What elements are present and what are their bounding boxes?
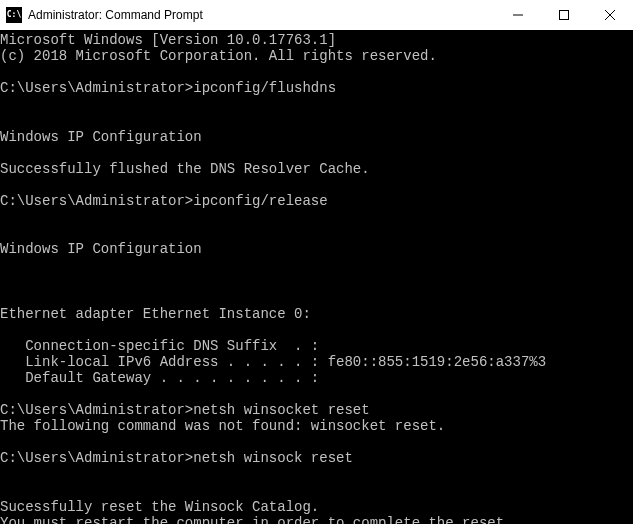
terminal-line: [0, 177, 633, 193]
terminal-line: [0, 112, 633, 128]
minimize-button[interactable]: [495, 0, 541, 30]
terminal-line: C:\Users\Administrator>ipconfig/flushdns: [0, 80, 633, 96]
titlebar: C:\ Administrator: Command Prompt: [0, 0, 633, 30]
terminal-line: C:\Users\Administrator>netsh winsocket r…: [0, 402, 633, 418]
terminal-line: [0, 273, 633, 289]
terminal-line: Microsoft Windows [Version 10.0.17763.1]: [0, 32, 633, 48]
terminal-line: (c) 2018 Microsoft Corporation. All righ…: [0, 48, 633, 64]
terminal-line: Windows IP Configuration: [0, 241, 633, 257]
maximize-icon: [559, 10, 569, 20]
terminal-line: [0, 145, 633, 161]
terminal-line: Windows IP Configuration: [0, 129, 633, 145]
terminal-line: You must restart the computer in order t…: [0, 515, 633, 524]
terminal-line: [0, 386, 633, 402]
terminal-line: C:\Users\Administrator>ipconfig/release: [0, 193, 633, 209]
terminal-line: Sucessfully reset the Winsock Catalog.: [0, 499, 633, 515]
terminal-line: [0, 209, 633, 225]
maximize-button[interactable]: [541, 0, 587, 30]
terminal-line: [0, 64, 633, 80]
cmd-icon: C:\: [6, 7, 22, 23]
terminal-line: Ethernet adapter Ethernet Instance 0:: [0, 306, 633, 322]
terminal-output[interactable]: Microsoft Windows [Version 10.0.17763.1]…: [0, 30, 633, 524]
terminal-line: [0, 257, 633, 273]
terminal-line: Link-local IPv6 Address . . . . . : fe80…: [0, 354, 633, 370]
terminal-line: [0, 322, 633, 338]
cmd-icon-text: C:\: [7, 11, 21, 19]
terminal-line: [0, 225, 633, 241]
terminal-line: [0, 467, 633, 483]
terminal-line: Successfully flushed the DNS Resolver Ca…: [0, 161, 633, 177]
terminal-line: Connection-specific DNS Suffix . :: [0, 338, 633, 354]
terminal-line: [0, 290, 633, 306]
minimize-icon: [513, 10, 523, 20]
terminal-line: C:\Users\Administrator>netsh winsock res…: [0, 450, 633, 466]
window-title: Administrator: Command Prompt: [28, 8, 495, 22]
svg-rect-1: [560, 11, 569, 20]
terminal-line: [0, 434, 633, 450]
close-icon: [605, 10, 615, 20]
terminal-line: [0, 96, 633, 112]
terminal-line: The following command was not found: win…: [0, 418, 633, 434]
terminal-line: [0, 483, 633, 499]
window-controls: [495, 0, 633, 30]
close-button[interactable]: [587, 0, 633, 30]
terminal-line: Default Gateway . . . . . . . . . :: [0, 370, 633, 386]
